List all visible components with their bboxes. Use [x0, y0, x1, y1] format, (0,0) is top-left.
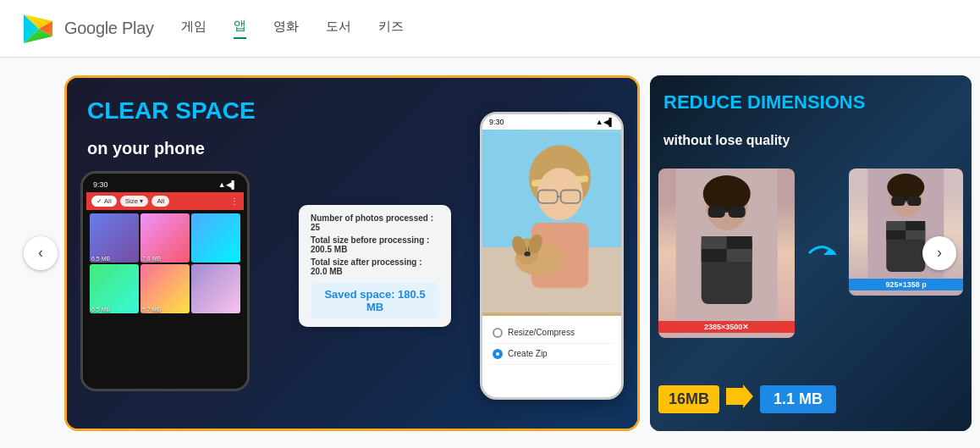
svg-point-34: [888, 174, 925, 201]
phone-mockup-left: 9:30 ▲◀▌ ✓ All Size ▾ All ⋮ 6.5 MB: [80, 171, 250, 391]
dimensions-arrow: [805, 236, 839, 270]
before-dimensions-badge: 2385×3500✕: [658, 321, 795, 333]
phone-toolbar: ✓ All Size ▾ All ⋮: [86, 192, 244, 210]
screenshot-1-subtitle: on your phone: [87, 139, 205, 158]
svg-rect-30: [727, 249, 752, 262]
carousel-next-button[interactable]: ›: [922, 236, 956, 270]
mb-arrow-icon: [726, 384, 753, 414]
svg-rect-36: [908, 196, 922, 206]
svg-rect-42: [906, 230, 926, 240]
svg-rect-27: [702, 236, 727, 249]
chevron-left-icon: ‹: [38, 244, 43, 262]
google-play-logo-icon: [20, 11, 56, 47]
dog-photo-area: [482, 130, 621, 316]
screenshot-1-title: CLEAR SPACE: [87, 98, 256, 124]
option-zip: Create Zip: [489, 344, 614, 365]
phone-status-bar-left: 9:30 ▲◀▌: [86, 177, 244, 192]
nav-kids[interactable]: 키즈: [378, 19, 404, 38]
before-photo-img: [658, 169, 795, 338]
stats-row-3: Total size after processing : 20.0 MB: [311, 257, 439, 276]
svg-rect-41: [887, 230, 906, 240]
toolbar-chip-all2: All: [151, 196, 169, 207]
phone-right-screen: 9:30 ▲◀▌: [482, 114, 621, 397]
screenshot-2-title: REDUCE DIMENSIONS: [663, 92, 958, 113]
stats-box: Number of photos processed : 25 Total si…: [299, 205, 451, 327]
after-photo-img: [849, 169, 963, 296]
before-photo: 2385×3500✕: [658, 169, 795, 338]
mb-comparison: 16MB 1.1 MB: [658, 384, 963, 414]
nav-books[interactable]: 도서: [326, 19, 351, 38]
carousel-prev-button[interactable]: ‹: [24, 236, 58, 270]
radio-resize: [493, 328, 503, 338]
photo-cell-2: 7.8 MB: [140, 213, 190, 263]
option-resize: Resize/Compress: [489, 323, 614, 344]
svg-rect-29: [702, 249, 727, 262]
screenshot-1-bg: CLEAR SPACE on your phone 9:30 ▲◀▌ ✓ All…: [67, 78, 637, 429]
dog-photo-svg: [482, 130, 621, 316]
main-nav: 게임 앱 영화 도서 키즈: [181, 18, 404, 39]
nav-movies[interactable]: 영화: [273, 19, 299, 38]
after-person-svg: [849, 169, 963, 296]
screenshot-2-subtitle: without lose quality: [663, 133, 790, 148]
saved-space-badge: Saved space: 180.5 MB: [311, 283, 439, 318]
svg-rect-35: [892, 196, 906, 206]
photo-cell-3: [191, 213, 240, 263]
after-dimensions-badge: 925×1358 p: [849, 279, 963, 290]
before-after-area: 2385×3500✕: [658, 169, 963, 338]
mb-before-badge: 16MB: [658, 385, 719, 413]
toolbar-chip-size: Size ▾: [120, 196, 149, 207]
screenshots-container: CLEAR SPACE on your phone 9:30 ▲◀▌ ✓ All…: [14, 75, 966, 431]
nav-apps[interactable]: 앱: [234, 18, 246, 39]
google-play-text: Google Play: [64, 19, 154, 38]
photo-cell-4: 6.5 MB: [90, 264, 139, 313]
svg-rect-23: [708, 206, 725, 218]
main-content: ‹ CLEAR SPACE on your phone 9:30 ▲◀▌: [0, 58, 980, 448]
svg-marker-43: [726, 384, 753, 408]
stats-row-2: Total size before processing : 200.5 MB: [311, 235, 439, 254]
svg-rect-24: [729, 206, 746, 218]
screenshot-1: CLEAR SPACE on your phone 9:30 ▲◀▌ ✓ All…: [64, 75, 640, 431]
photo-cell-5: 5.7 MB: [140, 264, 190, 313]
options-area: Resize/Compress Create Zip: [482, 316, 621, 372]
phone-screen-left: 9:30 ▲◀▌ ✓ All Size ▾ All ⋮ 6.5 MB: [83, 174, 247, 389]
svg-marker-31: [823, 248, 837, 255]
svg-rect-39: [887, 221, 906, 230]
radio-zip: [493, 349, 503, 359]
after-photo: 925×1358 p: [849, 169, 963, 296]
header: Google Play 게임 앱 영화 도서 키즈: [0, 0, 980, 58]
logo-area: Google Play: [20, 11, 154, 47]
toolbar-chip-all: ✓ All: [91, 196, 117, 207]
svg-rect-40: [906, 221, 926, 230]
nav-games[interactable]: 게임: [181, 19, 206, 38]
mb-after-badge: 1.1 MB: [760, 385, 836, 413]
photo-grid: 6.5 MB 7.8 MB 6.5 MB 5.7 MB: [86, 210, 244, 317]
before-person-svg: [658, 169, 795, 338]
phone-right-status: 9:30 ▲◀▌: [482, 114, 621, 130]
svg-rect-28: [727, 236, 752, 249]
stats-row-1: Number of photos processed : 25: [311, 213, 439, 232]
photo-cell-6: [191, 264, 240, 313]
phone-mockup-right: 9:30 ▲◀▌: [480, 112, 624, 400]
photo-cell-1: 6.5 MB: [90, 213, 139, 263]
chevron-right-icon: ›: [937, 244, 942, 262]
